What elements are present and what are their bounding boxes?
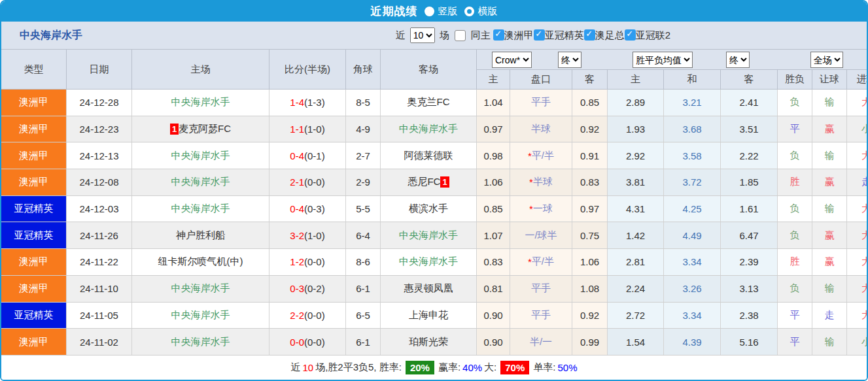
title-bar: 近期战绩 竖版 横版 [1, 1, 867, 22]
eu-home-odds: 2.92 [608, 142, 664, 169]
home-team[interactable]: 中央海岸水手 [132, 90, 269, 116]
filters: 近 10 场 同主 澳洲甲亚冠精英澳足总亚冠联2 [396, 27, 670, 43]
away-team[interactable]: 阿德莱德联 [381, 142, 477, 169]
away-team[interactable]: 横滨水手 [381, 196, 477, 222]
home-team[interactable]: 纽卡斯尔喷气机(中) [132, 249, 269, 275]
home-team[interactable]: 中央海岸水手 [132, 329, 269, 355]
horizontal-radio-label[interactable]: 横版 [478, 5, 498, 18]
stats-footer: 近10场,胜2平3负5, 胜率: 20% 赢率:40% 大: 70% 单率:50… [1, 356, 867, 380]
eu-draw-odds: 3.21 [664, 90, 721, 116]
company-state-select[interactable]: 终 [558, 52, 582, 68]
eu-home-odds: 1.93 [608, 116, 664, 142]
eu-home-odds: 2.89 [608, 90, 664, 116]
eu-home-odds: 1.42 [608, 222, 664, 248]
result-cell: 平 [778, 116, 812, 142]
ah-away-odds: 0.92 [572, 303, 608, 329]
goals-result-cell: 小 [847, 329, 868, 355]
corners: 6-5 [346, 303, 381, 329]
eu-home-odds: 2.72 [608, 303, 664, 329]
big-rate-label: 大: [484, 361, 496, 374]
home-team[interactable]: 1麦克阿瑟FC [132, 116, 269, 142]
league-checkbox-label-0[interactable]: 澳洲甲 [504, 29, 534, 41]
scope-select[interactable]: 全场 [810, 52, 843, 68]
table-row: 澳洲甲 24-11-02 中央海岸水手 0-0(0-0) 6-1 珀斯光荣 0.… [1, 329, 868, 356]
match-date: 24-11-10 [67, 276, 132, 302]
match-date: 24-11-02 [67, 329, 132, 355]
result-cell: 负 [778, 196, 812, 222]
league-badge: 澳洲甲 [1, 276, 67, 302]
league-checkbox-label-3[interactable]: 亚冠联2 [636, 29, 670, 41]
europe-select[interactable]: 胜平负均值 [633, 52, 693, 68]
league-checkbox-1[interactable] [534, 29, 545, 41]
home-team[interactable]: 中央海岸水手 [132, 169, 269, 195]
league-checkbox-2[interactable] [584, 29, 595, 41]
away-team[interactable]: 中央海岸水手 [381, 222, 477, 248]
ah-line: 半/一 [510, 329, 572, 355]
ah-home-odds: 0.81 [477, 276, 510, 302]
away-team[interactable]: 惠灵顿凤凰 [381, 276, 477, 302]
eu-away-odds: 5.16 [721, 329, 778, 355]
home-team[interactable]: 中央海岸水手 [132, 142, 269, 169]
away-team[interactable]: 珀斯光荣 [381, 329, 477, 355]
match-date: 24-11-26 [67, 222, 132, 248]
company-select[interactable]: Crow* [492, 52, 532, 68]
league-checkbox-3[interactable] [625, 29, 636, 41]
red-card-badge: 1 [170, 124, 179, 135]
home-team[interactable]: 中央海岸水手 [132, 303, 269, 329]
league-checkbox-0[interactable] [493, 29, 504, 41]
league-checkbox-label-2[interactable]: 澳足总 [595, 29, 625, 41]
ah-away-odds: 0.83 [572, 169, 608, 195]
score: 0-3(0-2) [269, 276, 346, 302]
handicap-result-cell: 赢 [812, 169, 847, 195]
ah-away-odds: 0.85 [572, 90, 608, 116]
eu-home-odds: 2.81 [608, 249, 664, 275]
result-cell: 负 [778, 276, 812, 302]
vertical-radio-label[interactable]: 竖版 [438, 5, 458, 18]
home-team[interactable]: 中央海岸水手 [132, 276, 269, 302]
away-team[interactable]: 中央海岸水手 [381, 249, 477, 275]
away-team[interactable]: 奥克兰FC [381, 90, 477, 116]
table-row: 澳洲甲 24-12-28 中央海岸水手 1-4(1-3) 8-5 奥克兰FC 1… [1, 90, 868, 116]
result-cell: 平 [778, 329, 812, 355]
away-team[interactable]: 上海申花 [381, 303, 477, 329]
vertical-radio[interactable] [425, 7, 434, 16]
header-type: 类型 [1, 50, 67, 89]
result-cell: 胜 [778, 249, 812, 275]
eu-away-odds: 2.38 [721, 303, 778, 329]
ah-away-odds: 0.99 [572, 329, 608, 355]
eu-home-odds: 1.54 [608, 329, 664, 355]
header-score: 比分(半场) [269, 50, 346, 89]
goals-result-cell: 大 [847, 90, 868, 116]
league-badge: 澳洲甲 [1, 329, 67, 355]
same-home-checkbox[interactable] [455, 30, 466, 41]
goals-result-cell: 走 [847, 169, 868, 195]
team-name: 中央海岸水手 [20, 29, 82, 42]
goals-result-cell: 大 [847, 222, 868, 248]
results-table: 类型 日期 主场 比分(半场) 角球 客场 Crow* 终 胜平负均值 终 全场… [1, 50, 868, 356]
result-cell: 胜 [778, 169, 812, 195]
league-checkbox-label-1[interactable]: 亚冠精英 [545, 29, 584, 41]
away-team[interactable]: 悉尼FC1 [381, 169, 477, 195]
handicap-result-cell: 赢 [812, 116, 847, 142]
eu-home-odds: 2.24 [608, 276, 664, 302]
horizontal-radio[interactable] [464, 7, 474, 16]
ah-line: *半球 [510, 169, 572, 195]
ah-away-odds: 0.75 [572, 222, 608, 248]
home-team[interactable]: 神户胜利船 [132, 222, 269, 248]
europe-state-select[interactable]: 终 [726, 52, 750, 68]
eu-away-odds: 3.13 [721, 276, 778, 302]
table-row: 亚冠精英 24-12-03 中央海岸水手 0-4(0-3) 5-5 横滨水手 0… [1, 196, 868, 223]
goals-result-cell: 小 [847, 116, 868, 142]
near-count-select[interactable]: 10 [410, 27, 435, 43]
ah-line: *一球 [510, 196, 572, 222]
ah-away-odds: 0.97 [572, 196, 608, 222]
ah-away-odds: 0.91 [572, 142, 608, 169]
away-team[interactable]: 中央海岸水手 [381, 116, 477, 142]
ah-home-odds: 0.97 [477, 116, 510, 142]
score: 0-4(0-1) [269, 142, 346, 169]
footer-summary: 场,胜2平3负5, 胜率: [315, 361, 402, 374]
eu-away-odds: 6.47 [721, 222, 778, 248]
table-row: 澳洲甲 24-12-13 中央海岸水手 0-4(0-1) 2-7 阿德莱德联 0… [1, 142, 868, 169]
ah-away-odds: 1.06 [572, 249, 608, 275]
home-team[interactable]: 中央海岸水手 [132, 196, 269, 222]
